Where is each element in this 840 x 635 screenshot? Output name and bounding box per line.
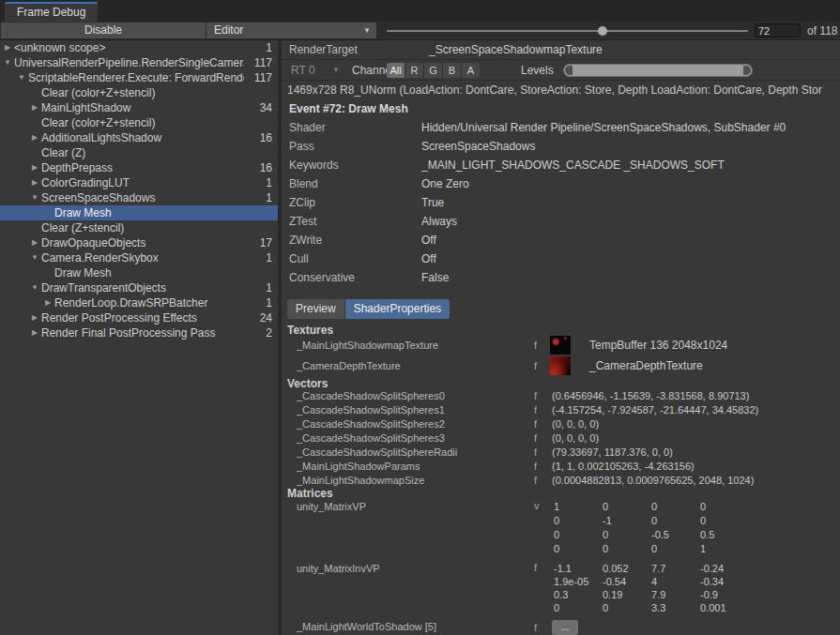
tree-row[interactable]: ▼ScreenSpaceShadows1 [0, 190, 278, 205]
float-flag: f [534, 403, 537, 417]
foldout-closed-icon[interactable]: ▶ [42, 295, 53, 310]
channel-a-button[interactable]: A [462, 63, 480, 78]
matrix-cell: 0.19 [603, 588, 651, 601]
tree-row[interactable]: Clear (Z+stencil) [0, 220, 278, 235]
foldout-closed-icon[interactable]: ▶ [29, 100, 40, 115]
vector-row: _CascadeShadowSplitSpheres0f(0.6456946, … [282, 389, 840, 403]
tree-item-count: 1 [244, 175, 278, 190]
float-flag: f [534, 474, 537, 488]
property-row: ZTestAlways [282, 212, 840, 231]
disable-button[interactable]: Disable [1, 23, 206, 38]
vector-row: _MainLightShadowmapSizef(0.0004882813, 0… [282, 474, 840, 488]
matrix-grid: -1.10.0527.7-0.241.9e-05-0.544-0.340.30.… [554, 562, 840, 614]
tree-row[interactable]: ▼UniversalRenderPipeline.RenderSingleCam… [0, 55, 278, 70]
tree-row[interactable]: Clear (color+Z+stencil) [0, 85, 278, 100]
tree-row[interactable]: Clear (Z) [0, 145, 278, 160]
matrix-cell: -0.5 [651, 528, 700, 542]
tree-item-label: Draw Mesh [0, 205, 244, 220]
float-flag: f [534, 417, 537, 431]
tree-item-label: Clear (Z+stencil) [0, 220, 244, 235]
tree-row[interactable]: ▶RenderLoop.DrawSRPBatcher1 [0, 295, 278, 310]
channel-r-button[interactable]: R [405, 63, 424, 78]
tree-row[interactable]: ▶DepthPrepass16 [0, 160, 278, 175]
tree-row[interactable]: Draw Mesh [0, 265, 278, 280]
property-row: CullOff [282, 249, 840, 268]
matrix-cell: 7.7 [651, 562, 700, 575]
tree-item-count [244, 205, 278, 220]
matrix-block: unity_MatrixInvVPf-1.10.0527.7-0.241.9e-… [282, 562, 840, 614]
matrix-cell: 0 [554, 528, 603, 542]
float-flag: f [534, 389, 537, 403]
tree-row[interactable]: ▶Render Final PostProcessing Pass2 [0, 325, 278, 340]
channel-all-button[interactable]: All [387, 63, 405, 78]
render-target-row: RenderTarget _ScreenSpaceShadowmapTextur… [282, 40, 840, 60]
foldout-open-icon[interactable]: ▼ [29, 250, 40, 265]
expand-matrix-button[interactable]: ... [552, 620, 578, 635]
property-value: Hidden/Universal Render Pipeline/ScreenS… [421, 118, 840, 137]
tab-preview[interactable]: Preview [287, 299, 344, 319]
tree-row[interactable]: ▶Render PostProcessing Effects24 [0, 310, 278, 325]
foldout-closed-icon[interactable]: ▶ [29, 235, 40, 250]
matrix-flag: f [534, 620, 537, 635]
tree-row[interactable]: Draw Mesh [0, 205, 278, 220]
tree-row[interactable]: ▼Camera.RenderSkybox1 [0, 250, 278, 265]
matrix-cell: 0 [700, 500, 749, 514]
property-value: True [421, 193, 840, 212]
target-dropdown[interactable]: Editor ▼ [206, 23, 376, 38]
property-label: ZTest [282, 212, 421, 231]
levels-max-handle[interactable] [743, 66, 751, 75]
foldout-open-icon[interactable]: ▼ [2, 55, 13, 70]
texture-row: _CameraDepthTexturef_CameraDepthTexture [282, 355, 840, 376]
matrix-cell: -0.54 [603, 575, 651, 588]
property-row: ZClipTrue [282, 193, 840, 212]
rt-index-dropdown[interactable]: RT 0 ▼ [287, 63, 345, 78]
matrix-array-row: _MainLightWorldToShadow [5]f... [282, 620, 840, 635]
foldout-closed-icon[interactable]: ▶ [29, 325, 40, 340]
tree-row[interactable]: ▶DrawOpaqueObjects17 [0, 235, 278, 250]
matrix-cell: 1 [554, 500, 603, 514]
event-number-field[interactable] [755, 23, 801, 38]
tree-item-label: Clear (color+Z+stencil) [0, 115, 244, 130]
foldout-closed-icon[interactable]: ▶ [2, 40, 13, 55]
matrix-cell: 0 [603, 542, 651, 556]
window-tab-bar: Frame Debug [0, 0, 840, 22]
foldout-closed-icon[interactable]: ▶ [29, 130, 40, 145]
tree-item-count: 117 [244, 55, 278, 70]
matrix-cell: 0.5 [700, 528, 749, 542]
frame-debug-tab[interactable]: Frame Debug [5, 2, 98, 22]
levels-min-handle[interactable] [565, 66, 573, 75]
tree-row[interactable]: ▶MainLightShadow34 [0, 100, 278, 115]
tree-row[interactable]: ▶<unknown scope>1 [0, 40, 278, 55]
channel-b-button[interactable]: B [443, 63, 462, 78]
foldout-open-icon[interactable]: ▼ [16, 70, 27, 85]
tree-row[interactable]: ▼ScriptableRenderer.Execute: ForwardRend… [0, 70, 278, 85]
property-row: BlendOne Zero [282, 174, 840, 193]
event-slider-thumb[interactable] [598, 26, 607, 36]
property-label: Keywords [282, 156, 421, 174]
foldout-open-icon[interactable]: ▼ [29, 280, 40, 295]
channel-button-group: AllRGBA [387, 63, 480, 78]
tree-row[interactable]: ▶ColorGradingLUT1 [0, 175, 278, 190]
matrix-row: 1000 [554, 500, 840, 514]
foldout-closed-icon[interactable]: ▶ [29, 310, 40, 325]
property-row: PassScreenSpaceShadows [282, 137, 840, 156]
foldout-closed-icon[interactable]: ▶ [29, 175, 40, 190]
tree-row[interactable]: ▼DrawTransparentObjects1 [0, 280, 278, 295]
matrix-cell: 0.001 [700, 601, 749, 614]
float-flag: f [534, 431, 537, 446]
texture-list: _MainLightShadowmapTexturefTempBuffer 13… [282, 335, 840, 376]
tree-row[interactable]: Clear (color+Z+stencil) [0, 115, 278, 130]
levels-range-slider[interactable] [563, 64, 753, 77]
event-slider[interactable] [387, 30, 748, 32]
foldout-closed-icon[interactable]: ▶ [29, 160, 40, 175]
matrix-cell: 0 [700, 514, 749, 528]
tab-shader-properties[interactable]: ShaderProperties [345, 299, 450, 319]
matrix-block: unity_MatrixVPv10000-10000-0.50.50001 [282, 500, 840, 556]
channel-g-button[interactable]: G [424, 63, 443, 78]
texture-thumbnail[interactable] [550, 336, 571, 355]
texture-thumbnail[interactable] [550, 356, 571, 375]
tree-row[interactable]: ▶AdditionalLightsShadow16 [0, 130, 278, 145]
foldout-open-icon[interactable]: ▼ [29, 190, 40, 205]
vector-list: _CascadeShadowSplitSpheres0f(0.6456946, … [282, 389, 840, 488]
property-label: ZWrite [282, 231, 421, 249]
